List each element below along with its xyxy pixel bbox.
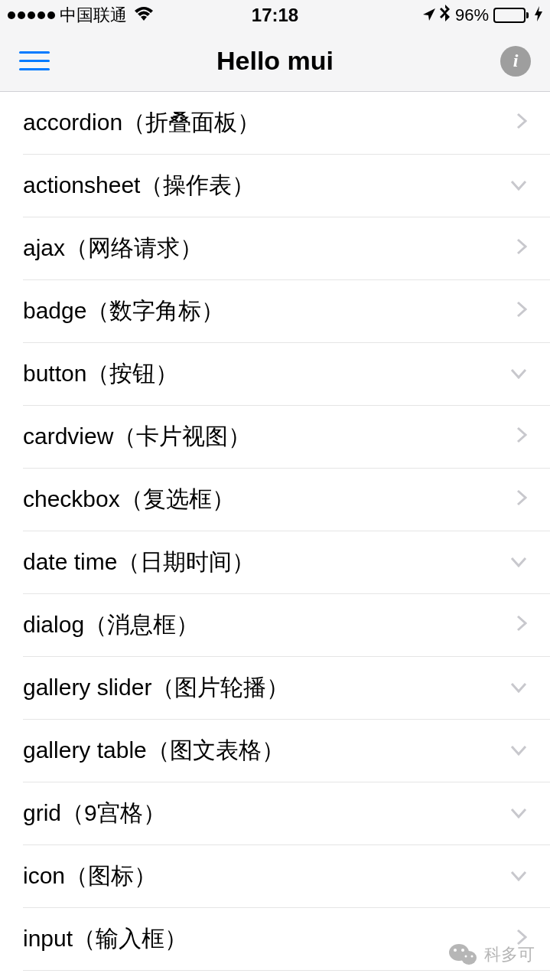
- location-icon: [423, 5, 435, 25]
- list-item-label: date time（日期时间）: [23, 547, 255, 578]
- list-item-button[interactable]: button（按钮）: [23, 343, 550, 406]
- list-item-label: cardview（卡片视图）: [23, 421, 251, 452]
- list-item-dialog[interactable]: dialog（消息框）: [23, 594, 550, 657]
- nav-bar: Hello mui i: [0, 31, 550, 92]
- charging-icon: [535, 6, 542, 25]
- chevron-right-icon: [516, 113, 527, 133]
- menu-icon[interactable]: [19, 51, 50, 70]
- svg-point-4: [465, 956, 467, 958]
- battery-icon: [493, 8, 529, 23]
- status-right: 96%: [423, 5, 542, 26]
- list-item-badge[interactable]: badge（数字角标）: [23, 280, 550, 343]
- chevron-down-icon: [510, 177, 527, 194]
- status-bar: 中国联通 17:18 96%: [0, 0, 550, 31]
- list-item-label: badge（数字角标）: [23, 296, 224, 327]
- list-item-gallery-table[interactable]: gallery table（图文表格）: [23, 720, 550, 782]
- list-item-label: button（按钮）: [23, 358, 178, 390]
- chevron-right-icon: [516, 238, 527, 259]
- list-item-accordion[interactable]: accordion（折叠面板）: [23, 92, 550, 155]
- svg-point-1: [461, 951, 477, 965]
- svg-point-5: [471, 956, 474, 958]
- wechat-icon: [449, 943, 477, 966]
- status-time: 17:18: [252, 5, 298, 26]
- info-icon[interactable]: i: [500, 46, 531, 77]
- chevron-right-icon: [516, 615, 527, 635]
- list-item-label: gallery slider（图片轮播）: [23, 672, 289, 704]
- list-item-label: checkbox（复选框）: [23, 484, 235, 515]
- list-item-label: input（输入框）: [23, 923, 187, 955]
- list-item-label: dialog（消息框）: [23, 609, 199, 641]
- chevron-down-icon: [510, 805, 527, 822]
- list-item-ajax[interactable]: ajax（网络请求）: [23, 217, 550, 280]
- list-item-gallery-slider[interactable]: gallery slider（图片轮播）: [23, 657, 550, 720]
- chevron-down-icon: [510, 679, 527, 697]
- chevron-down-icon: [510, 365, 527, 383]
- chevron-right-icon: [516, 301, 527, 322]
- list-item-label: gallery table（图文表格）: [23, 735, 285, 766]
- signal-strength-icon: [8, 11, 55, 19]
- battery-percent: 96%: [455, 5, 489, 25]
- list-item-label: actionsheet（操作表）: [23, 170, 255, 201]
- list-item-cardview[interactable]: cardview（卡片视图）: [23, 406, 550, 469]
- list-item-grid[interactable]: grid（9宫格）: [23, 782, 550, 845]
- list-item-actionsheet[interactable]: actionsheet（操作表）: [23, 155, 550, 217]
- chevron-right-icon: [516, 426, 527, 447]
- list-item-datetime[interactable]: date time（日期时间）: [23, 531, 550, 594]
- chevron-down-icon: [510, 554, 527, 571]
- list-item-label: grid（9宫格）: [23, 798, 166, 829]
- list-item-checkbox[interactable]: checkbox（复选框）: [23, 469, 550, 531]
- bluetooth-icon: [440, 5, 451, 26]
- watermark: 科多可: [449, 943, 535, 966]
- list-item-label: ajax（网络请求）: [23, 233, 203, 264]
- svg-point-2: [454, 949, 457, 952]
- svg-point-3: [461, 949, 464, 952]
- chevron-down-icon: [510, 867, 527, 885]
- carrier-label: 中国联通: [60, 4, 127, 27]
- wifi-icon: [135, 5, 153, 25]
- list-item-label: accordion（折叠面板）: [23, 107, 260, 139]
- chevron-down-icon: [510, 742, 527, 760]
- page-title: Hello mui: [216, 46, 334, 76]
- chevron-right-icon: [516, 489, 527, 510]
- status-left: 中国联通: [8, 4, 153, 27]
- watermark-text: 科多可: [484, 943, 535, 966]
- list-item-label: icon（图标）: [23, 861, 157, 892]
- list-item-icon[interactable]: icon（图标）: [23, 845, 550, 908]
- component-list: accordion（折叠面板） actionsheet（操作表） ajax（网络…: [0, 92, 550, 971]
